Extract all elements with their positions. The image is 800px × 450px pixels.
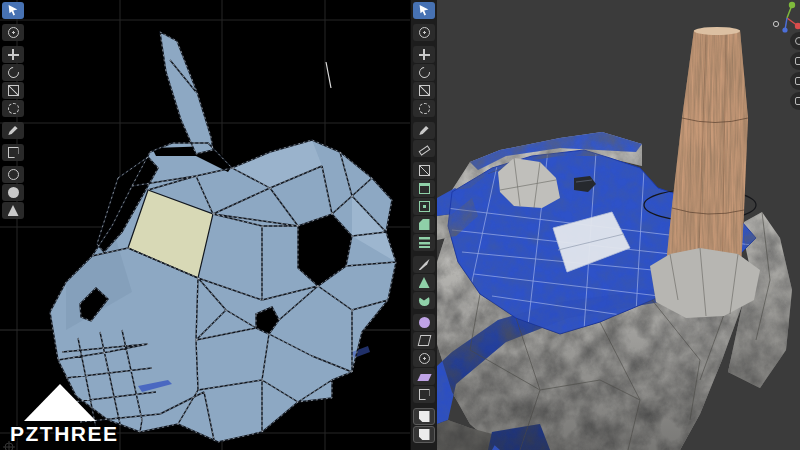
cursor-tool-button[interactable] [413, 24, 435, 41]
annotate-tool-button[interactable] [2, 122, 24, 139]
camera-icon [795, 77, 800, 85]
rip-region-tool-button[interactable] [413, 408, 435, 425]
uv-mesh-horn [160, 32, 213, 154]
grid-icon [795, 97, 800, 105]
grab-tool-button[interactable] [2, 166, 24, 183]
move-icon [419, 49, 430, 60]
transform-tool-button[interactable] [2, 100, 24, 117]
poly-build-tool-button[interactable] [413, 274, 435, 291]
rip-edge-tool-button[interactable] [413, 426, 435, 443]
relax-brush-icon [8, 187, 19, 198]
uv-mesh-canvas [0, 0, 410, 450]
rip-region-icon [419, 411, 430, 422]
pinch-brush-icon [8, 205, 19, 216]
cursor-icon [8, 27, 19, 38]
edge-slide-tool-button[interactable] [413, 332, 435, 349]
3d-scene [437, 0, 800, 450]
hand-icon [795, 57, 800, 65]
annotate-pen-icon [8, 125, 19, 136]
knife-tool-button[interactable] [413, 256, 435, 273]
rotate-tool-button[interactable] [2, 64, 24, 81]
axis-z-handle[interactable] [782, 27, 787, 32]
cursor-tool-button[interactable] [2, 24, 24, 41]
rotate-tool-button[interactable] [413, 64, 435, 81]
move-tool-button[interactable] [413, 46, 435, 63]
loop-cut-tool-button[interactable] [413, 234, 435, 251]
smooth-icon [419, 317, 430, 328]
poly-build-icon [419, 277, 430, 288]
scale-icon [8, 85, 19, 96]
scale-icon [419, 85, 430, 96]
bevel-tool-button[interactable] [413, 216, 435, 233]
magnifier-icon [795, 37, 800, 45]
rotate-icon [416, 65, 431, 80]
transform-icon [8, 103, 19, 114]
rip-edge-icon [419, 429, 430, 440]
measure-tool-button[interactable] [413, 140, 435, 157]
edge-slide-icon [417, 335, 431, 346]
annotate-pen-icon [419, 125, 430, 136]
smooth-tool-button[interactable] [413, 314, 435, 331]
move-tool-button[interactable] [2, 46, 24, 63]
add-cube-tool-button[interactable] [413, 162, 435, 179]
add-cube-icon [419, 165, 430, 176]
select-arrow-icon [419, 5, 430, 16]
annotate-tool-button[interactable] [413, 122, 435, 139]
shrink-fatten-icon [419, 353, 430, 364]
uv-editor-toolbar [2, 2, 24, 219]
shear-icon [417, 374, 431, 381]
uv-mesh-island [50, 32, 396, 442]
3d-viewport[interactable]: User Perspective (1) Plane.003 | Plane O… [437, 0, 800, 450]
rip-region-tool-button[interactable] [2, 144, 24, 161]
uv-stray-edge [326, 62, 331, 88]
move-icon [8, 49, 19, 60]
transform-icon [419, 103, 430, 114]
extrude-region-icon [419, 183, 430, 194]
cursor-icon [419, 27, 430, 38]
pinch-tool-button[interactable] [2, 202, 24, 219]
loop-cut-icon [419, 237, 430, 248]
shear-tool-button[interactable] [413, 368, 435, 385]
axis-negative-handle[interactable] [773, 21, 778, 26]
uv-2d-cursor [3, 441, 15, 450]
uv-editor-viewport[interactable] [0, 0, 410, 450]
extrude-region-tool-button[interactable] [413, 180, 435, 197]
vertex-slide-icon [419, 389, 430, 400]
spin-icon [419, 295, 430, 306]
vertex-slide-tool-button[interactable] [413, 386, 435, 403]
measure-ruler-icon [418, 145, 430, 155]
scale-tool-button[interactable] [2, 82, 24, 99]
spin-tool-button[interactable] [413, 292, 435, 309]
rotate-icon [5, 65, 20, 80]
knife-icon [419, 259, 430, 270]
bevel-icon [419, 219, 430, 230]
scale-tool-button[interactable] [413, 82, 435, 99]
inset-faces-icon [419, 201, 430, 212]
blender-window: User Perspective (1) Plane.003 | Plane O… [0, 0, 800, 450]
inset-faces-tool-button[interactable] [413, 198, 435, 215]
axis-y-handle[interactable] [789, 2, 795, 8]
relax-tool-button[interactable] [2, 184, 24, 201]
transform-tool-button[interactable] [413, 100, 435, 117]
viewport-toolbar [413, 2, 435, 443]
rip-region-icon [8, 147, 19, 158]
grab-brush-icon [8, 169, 19, 180]
tower-top-cap [694, 27, 740, 35]
shrink-fatten-tool-button[interactable] [413, 350, 435, 367]
select-arrow-icon [8, 5, 19, 16]
tweak-tool-button[interactable] [2, 2, 24, 19]
tweak-tool-button[interactable] [413, 2, 435, 19]
